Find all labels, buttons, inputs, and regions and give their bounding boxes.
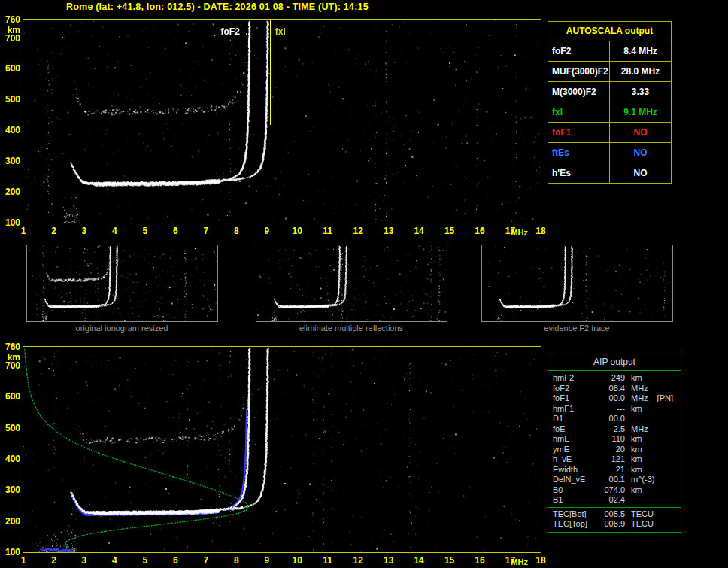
x-axis-tick: 13	[384, 555, 393, 566]
aip-value: 121	[595, 454, 625, 465]
aip-extra	[657, 404, 681, 415]
aip-row-tec-bot: TEC[Bot]005.5TECU	[548, 509, 681, 520]
x-axis-tick: 4	[112, 226, 117, 236]
autoscala-row-label: foF1	[548, 123, 610, 142]
aip-value: 00.0	[595, 393, 625, 404]
x-axis-tick: 14	[414, 226, 423, 236]
x-axis-tick: 7	[203, 555, 208, 566]
aip-row-hmf1: hmF1---km	[548, 404, 681, 415]
aip-extra	[657, 373, 681, 384]
autoscala-row-value: 9.1 MHz	[610, 102, 671, 122]
x-axis-tick: 10	[293, 555, 302, 566]
x-axis-unit-label: MHz	[511, 557, 528, 566]
thumbnail-caption-original: original ionogram resized	[76, 323, 168, 333]
autoscala-row-label: fxI	[548, 102, 610, 122]
aip-unit: km	[625, 434, 657, 445]
autoscala-row-fof1: foF1NO	[548, 123, 671, 143]
x-axis-tick: 8	[234, 226, 239, 236]
aip-extra	[657, 509, 681, 520]
x-axis-tick: 11	[323, 226, 332, 236]
autoscala-row-label: M(3000)F2	[548, 82, 610, 102]
y-axis-tick: 760	[1, 14, 20, 25]
x-axis-unit-label: MHz	[511, 228, 528, 237]
aip-label: TEC[Bot]	[548, 509, 595, 520]
thumbnail-caption-eliminate-multiples: eliminate multiple reflections	[299, 323, 403, 333]
autoscala-row-m-3000-f2: M(3000)F23.33	[548, 82, 671, 102]
aip-label: hmF2	[548, 373, 595, 384]
aip-row-foe: foE2.5MHz	[548, 424, 681, 435]
aip-unit: TECU	[625, 509, 657, 520]
y-axis-tick: 200	[1, 516, 20, 527]
autoscala-row-value: NO	[610, 123, 671, 142]
aip-extra	[657, 495, 681, 506]
aip-label: foF2	[548, 384, 595, 394]
aip-value: 074.0	[595, 485, 625, 496]
x-axis-tick: 16	[475, 226, 484, 236]
autoscala-row-fxi: fxI9.1 MHz	[548, 102, 671, 123]
autoscala-row-fof2: foF28.4 MHz	[548, 41, 671, 62]
aip-extra	[657, 384, 681, 394]
x-axis-tick: 6	[173, 555, 178, 566]
aip-value: 2.5	[595, 424, 625, 435]
aip-unit: TECU	[625, 519, 657, 530]
aip-row-fof2: foF208.4MHz	[548, 384, 681, 394]
aip-row-yme: ymE20km	[548, 445, 681, 455]
aip-extra	[657, 434, 681, 445]
y-axis-tick: 200	[1, 187, 20, 197]
aip-row-fof1: foF100.0MHz[PN]	[548, 393, 681, 404]
ionogram-plot-top: foF2 fxI	[23, 19, 541, 223]
fxI-label: fxI	[275, 26, 286, 37]
thumbnail-canvas-original	[27, 245, 217, 321]
y-axis-tick: 300	[1, 156, 20, 166]
aip-value: 20	[595, 445, 625, 455]
ionogram-canvas-top	[23, 20, 541, 223]
aip-value: 02.4	[595, 495, 625, 506]
aip-tec-rows: TEC[Bot]005.5TECUTEC[Top]008.9TECU	[548, 507, 681, 532]
aip-unit: MHz	[625, 384, 657, 394]
y-axis-tick: 500	[1, 423, 20, 433]
x-axis-tick: 2	[51, 226, 56, 236]
thumbnail-evidence-f2-trace	[481, 245, 673, 322]
aip-unit: km	[625, 465, 657, 475]
thumbnail-eliminate-multiples	[256, 245, 447, 322]
aip-label: DelN_vE	[548, 475, 595, 485]
ionogram-plot-bottom	[23, 346, 541, 553]
autoscala-row-label: MUF(3000)F2	[548, 62, 610, 81]
x-axis-tick: 18	[535, 555, 545, 566]
y-axis-unit-label: km	[1, 25, 20, 35]
y-axis-tick: 100	[1, 217, 20, 228]
autoscala-output-table: AUTOSCALA output foF28.4 MHzMUF(3000)F22…	[548, 21, 672, 184]
aip-row-tec-top: TEC[Top]008.9TECU	[548, 519, 681, 530]
y-axis-tick: 400	[1, 125, 20, 135]
aip-label: h_vE	[548, 454, 595, 465]
aip-value: ---	[595, 404, 625, 415]
thumbnail-caption-evidence-f2-trace: evidence F2 trace	[544, 323, 609, 333]
aip-label: B1	[548, 495, 595, 506]
aip-extra	[657, 445, 681, 455]
aip-row-b0: B0074.0km	[548, 485, 681, 496]
y-axis-tick: 400	[1, 454, 20, 464]
aip-label: hmF1	[548, 404, 595, 415]
aip-row-d1: D100.0	[548, 414, 681, 424]
x-axis-tick: 8	[234, 555, 239, 566]
x-axis-tick: 13	[384, 226, 393, 236]
autoscala-row-value: 8.4 MHz	[610, 41, 671, 61]
aip-label: D1	[548, 414, 595, 424]
foF2-label: foF2	[220, 26, 239, 37]
aip-unit	[625, 414, 657, 424]
thumbnail-canvas-evidence-f2-trace	[482, 245, 672, 321]
x-axis-tick: 6	[173, 226, 178, 236]
aip-label: TEC[Top]	[548, 519, 595, 530]
autoscala-output-rows: foF28.4 MHzMUF(3000)F228.0 MHzM(3000)F23…	[548, 41, 671, 183]
thumbnail-original-ionogram	[26, 245, 218, 322]
aip-value: 249	[595, 373, 625, 384]
page-title: Rome (lat: +41.8, lon: 012.5) - DATE: 20…	[66, 2, 369, 12]
aip-row-b1: B102.4	[548, 495, 681, 506]
x-axis-tick: 1	[21, 226, 26, 236]
y-axis-tick: 600	[1, 63, 20, 74]
x-axis-tick: 7	[203, 226, 208, 236]
aip-extra	[657, 519, 681, 530]
x-axis-tick: 15	[444, 226, 454, 236]
aip-value: 08.4	[595, 384, 625, 394]
x-axis-tick: 9	[264, 226, 269, 236]
